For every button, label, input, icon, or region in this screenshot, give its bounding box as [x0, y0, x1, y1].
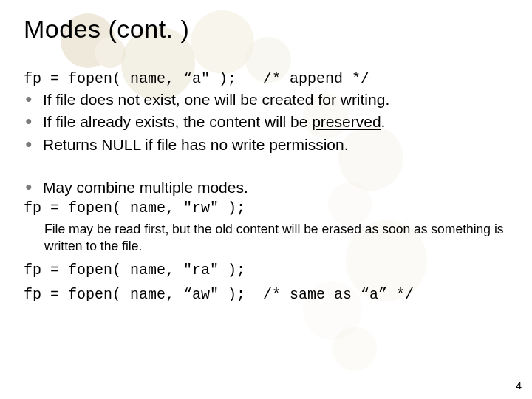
bullet-list-1: If file does not exist, one will be crea…: [24, 89, 508, 156]
bullet-text: If file does not exist, one will be crea…: [43, 91, 389, 108]
bullet-item: If file already exists, the content will…: [30, 111, 508, 133]
page-number: 4: [516, 380, 522, 392]
bullet-list-2: May combine multiple modes.: [24, 177, 508, 199]
bullet-text: .: [381, 113, 386, 130]
page-title: Modes (cont. ): [24, 15, 508, 44]
code-fopen-rw: fp = fopen( name, "rw" );: [24, 200, 508, 216]
code-fopen-aw: fp = fopen( name, “aw" ); /* same as “a”…: [24, 286, 508, 303]
code-fopen-append: fp = fopen( name, “a" ); /* append */: [24, 70, 508, 87]
code-fopen-ra: fp = fopen( name, "ra" );: [24, 262, 508, 279]
bullet-text: Returns NULL if file has no write permis…: [43, 136, 349, 153]
bullet-text: May combine multiple modes.: [43, 179, 248, 196]
bullet-item: If file does not exist, one will be crea…: [30, 89, 508, 111]
bullet-underlined: preserved: [312, 113, 381, 130]
bullet-item: Returns NULL if file has no write permis…: [30, 134, 508, 156]
bullet-item: May combine multiple modes.: [30, 177, 508, 199]
bullet-text: If file already exists, the content will…: [43, 113, 312, 130]
note-text: File may be read first, but the old cont…: [44, 221, 508, 256]
slide: Modes (cont. ) fp = fopen( name, “a" ); …: [0, 0, 532, 399]
